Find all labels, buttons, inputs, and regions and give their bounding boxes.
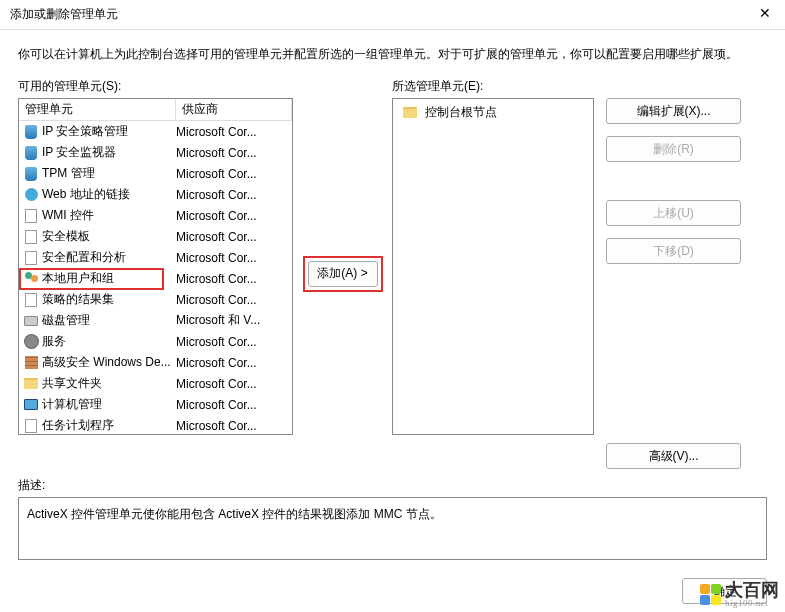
move-down-button[interactable]: 下移(D) <box>606 238 741 264</box>
list-item[interactable]: 本地用户和组Microsoft Cor... <box>19 268 292 289</box>
snapin-name: 安全模板 <box>42 228 90 245</box>
snapin-vendor: Microsoft 和 V... <box>176 312 292 329</box>
snapin-vendor: Microsoft Cor... <box>176 377 292 391</box>
watermark-logo-icon <box>699 584 721 606</box>
list-item[interactable]: WMI 控件Microsoft Cor... <box>19 205 292 226</box>
sec-icon <box>23 124 39 140</box>
col-header-name[interactable]: 管理单元 <box>19 99 176 120</box>
remove-button[interactable]: 删除(R) <box>606 136 741 162</box>
middle-column: 添加(A) > <box>305 78 380 469</box>
snapin-vendor: Microsoft Cor... <box>176 272 292 286</box>
doc-icon <box>23 250 39 266</box>
snapin-name: 任务计划程序 <box>42 417 114 434</box>
snapin-vendor: Microsoft Cor... <box>176 251 292 265</box>
list-header: 管理单元 供应商 <box>19 99 292 121</box>
doc-icon <box>23 418 39 434</box>
list-item[interactable]: IP 安全监视器Microsoft Cor... <box>19 142 292 163</box>
selected-column: 所选管理单元(E): 控制台根节点 <box>392 78 594 469</box>
snapin-vendor: Microsoft Cor... <box>176 419 292 433</box>
snapin-name: 磁盘管理 <box>42 312 90 329</box>
snapin-name: 安全配置和分析 <box>42 249 126 266</box>
dialog-title: 添加或删除管理单元 <box>10 6 118 23</box>
folder-icon <box>402 104 418 120</box>
snapin-vendor: Microsoft Cor... <box>176 398 292 412</box>
gear-icon <box>23 334 39 350</box>
list-item[interactable]: TPM 管理Microsoft Cor... <box>19 163 292 184</box>
list-item[interactable]: 安全配置和分析Microsoft Cor... <box>19 247 292 268</box>
users-icon <box>23 271 39 287</box>
snapin-vendor: Microsoft Cor... <box>176 209 292 223</box>
add-button[interactable]: 添加(A) > <box>308 261 378 287</box>
available-column: 可用的管理单元(S): 管理单元 供应商 IP 安全策略管理Microsoft … <box>18 78 293 469</box>
snapin-name: 共享文件夹 <box>42 375 102 392</box>
description-area: 描述: ActiveX 控件管理单元使你能用包含 ActiveX 控件的结果视图… <box>0 469 785 560</box>
doc-icon <box>23 208 39 224</box>
snapin-vendor: Microsoft Cor... <box>176 146 292 160</box>
description-text: ActiveX 控件管理单元使你能用包含 ActiveX 控件的结果视图添加 M… <box>27 507 442 521</box>
available-snapins-list[interactable]: 管理单元 供应商 IP 安全策略管理Microsoft Cor...IP 安全监… <box>18 98 293 435</box>
snapin-vendor: Microsoft Cor... <box>176 125 292 139</box>
list-item[interactable]: IP 安全策略管理Microsoft Cor... <box>19 121 292 142</box>
add-button-highlight: 添加(A) > <box>303 256 383 292</box>
move-up-button[interactable]: 上移(U) <box>606 200 741 226</box>
watermark-main: 大百网 <box>725 581 779 599</box>
watermark: 大百网 big100.net <box>699 581 779 608</box>
list-item[interactable]: 高级安全 Windows De...Microsoft Cor... <box>19 352 292 373</box>
snapin-vendor: Microsoft Cor... <box>176 335 292 349</box>
watermark-text: 大百网 big100.net <box>725 581 779 608</box>
description-box: ActiveX 控件管理单元使你能用包含 ActiveX 控件的结果视图添加 M… <box>18 497 767 560</box>
snapin-name: 服务 <box>42 333 66 350</box>
list-item[interactable]: 策略的结果集Microsoft Cor... <box>19 289 292 310</box>
tree-root-row[interactable]: 控制台根节点 <box>396 102 590 122</box>
selected-snapins-tree[interactable]: 控制台根节点 <box>392 98 594 435</box>
list-body[interactable]: IP 安全策略管理Microsoft Cor...IP 安全监视器Microso… <box>19 121 292 434</box>
snapin-vendor: Microsoft Cor... <box>176 230 292 244</box>
doc-icon <box>23 292 39 308</box>
snapin-vendor: Microsoft Cor... <box>176 188 292 202</box>
list-item[interactable]: 任务计划程序Microsoft Cor... <box>19 415 292 434</box>
watermark-sub: big100.net <box>725 599 779 608</box>
sec-icon <box>23 145 39 161</box>
snapin-name: TPM 管理 <box>42 165 95 182</box>
titlebar: 添加或删除管理单元 ✕ <box>0 0 785 30</box>
list-item[interactable]: 计算机管理Microsoft Cor... <box>19 394 292 415</box>
doc-icon <box>23 229 39 245</box>
snapin-vendor: Microsoft Cor... <box>176 293 292 307</box>
snapin-name: 本地用户和组 <box>42 270 114 287</box>
close-button[interactable]: ✕ <box>755 5 775 21</box>
snapin-name: WMI 控件 <box>42 207 94 224</box>
available-label: 可用的管理单元(S): <box>18 78 293 95</box>
list-item[interactable]: 安全模板Microsoft Cor... <box>19 226 292 247</box>
snapin-vendor: Microsoft Cor... <box>176 356 292 370</box>
snapin-name: IP 安全监视器 <box>42 144 116 161</box>
list-item[interactable]: 共享文件夹Microsoft Cor... <box>19 373 292 394</box>
sec-icon <box>23 166 39 182</box>
comp-icon <box>23 397 39 413</box>
instructions-text: 你可以在计算机上为此控制台选择可用的管理单元并配置所选的一组管理单元。对于可扩展… <box>0 30 785 73</box>
snapin-name: Web 地址的链接 <box>42 186 130 203</box>
disk-icon <box>23 313 39 329</box>
list-item[interactable]: 磁盘管理Microsoft 和 V... <box>19 310 292 331</box>
main-area: 可用的管理单元(S): 管理单元 供应商 IP 安全策略管理Microsoft … <box>0 73 785 469</box>
right-buttons-column: 编辑扩展(X)... 删除(R) 上移(U) 下移(D) 高级(V)... <box>606 78 746 469</box>
folder-icon <box>23 376 39 392</box>
advanced-button[interactable]: 高级(V)... <box>606 443 741 469</box>
description-label: 描述: <box>18 477 767 494</box>
snapin-name: 策略的结果集 <box>42 291 114 308</box>
snapin-name: 高级安全 Windows De... <box>42 354 171 371</box>
selected-label: 所选管理单元(E): <box>392 78 594 95</box>
snapin-vendor: Microsoft Cor... <box>176 167 292 181</box>
snapin-name: IP 安全策略管理 <box>42 123 128 140</box>
list-item[interactable]: 服务Microsoft Cor... <box>19 331 292 352</box>
edit-extensions-button[interactable]: 编辑扩展(X)... <box>606 98 741 124</box>
tree-root-label: 控制台根节点 <box>425 104 497 121</box>
wall-icon <box>23 355 39 371</box>
col-header-vendor[interactable]: 供应商 <box>176 99 292 120</box>
link-icon <box>23 187 39 203</box>
list-item[interactable]: Web 地址的链接Microsoft Cor... <box>19 184 292 205</box>
snapin-name: 计算机管理 <box>42 396 102 413</box>
